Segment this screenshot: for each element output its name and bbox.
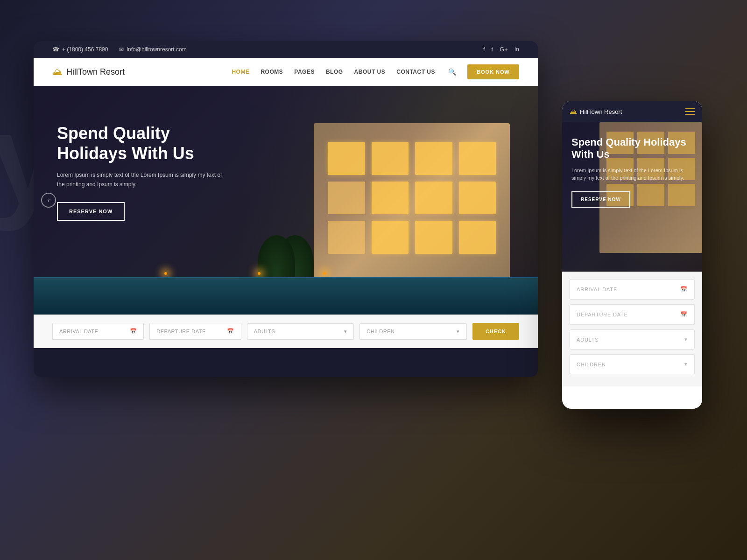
chevron-down-icon-2: ▾	[457, 329, 460, 335]
search-icon[interactable]: 🔍	[448, 68, 456, 76]
chevron-down-icon: ▾	[344, 329, 347, 335]
mobile-hero: Spend Quality Holidays With Us Lorem Ips…	[562, 122, 702, 272]
twitter-icon[interactable]: t	[492, 46, 493, 53]
calendar-icon: 📅	[130, 328, 137, 335]
departure-date-label: DEPARTURE DATE	[156, 329, 205, 334]
adults-label: ADULTS	[254, 329, 275, 334]
googleplus-icon[interactable]: G+	[500, 46, 508, 53]
top-bar: ☎ + (1800) 456 7890 ✉ info@hilltownresor…	[34, 41, 538, 58]
mobile-departure-field[interactable]: DEPARTURE DATE 📅	[570, 304, 695, 325]
window	[328, 182, 365, 215]
nav-home[interactable]: HOME	[232, 69, 249, 75]
departure-date-field[interactable]: DEPARTURE DATE 📅	[149, 323, 241, 340]
reserve-now-button[interactable]: RESERVE NOW	[57, 202, 125, 221]
window	[459, 221, 496, 254]
ground-light-1	[164, 272, 167, 275]
ham-line-1	[685, 108, 695, 109]
mobile-reserve-button[interactable]: RESERVE NOW	[571, 191, 630, 208]
mobile-calendar-icon-2: 📅	[680, 311, 688, 318]
mobile-children-select[interactable]: CHILDREN ▾	[570, 354, 695, 374]
adults-select[interactable]: ADULTS ▾	[247, 323, 354, 340]
nav-pages[interactable]: PAGES	[294, 69, 315, 75]
window	[459, 142, 496, 175]
arrival-date-label: ARRIVAL DATE	[59, 329, 98, 334]
facebook-icon[interactable]: f	[483, 46, 485, 53]
mobile-departure-label: DEPARTURE DATE	[577, 312, 628, 317]
building-windows	[328, 142, 496, 254]
book-now-button[interactable]: BOOK NOW	[467, 64, 519, 79]
hero-section: Spend Quality Holidays With Us Lorem Ips…	[34, 86, 538, 315]
ground-light-3	[323, 272, 326, 275]
mobile-hero-title: Spend Quality Holidays With Us	[571, 136, 693, 161]
window	[328, 142, 365, 175]
mobile-logo-icon: ⛰	[570, 107, 577, 116]
mobile-nav: ⛰ HillTown Resort	[562, 101, 702, 122]
main-container: ☎ + (1800) 456 7890 ✉ info@hilltownresor…	[0, 0, 747, 560]
logo-icon: ⛰	[52, 66, 63, 78]
mobile-logo-suffix: Resort	[602, 108, 622, 115]
social-icons: f t G+ in	[483, 46, 519, 53]
mobile-adults-label: ADULTS	[577, 337, 599, 343]
hero-content: Spend Quality Holidays With Us Lorem Ips…	[57, 123, 234, 221]
mobile-booking-form: ARRIVAL DATE 📅 DEPARTURE DATE 📅 ADULTS ▾…	[562, 272, 702, 386]
ham-line-3	[685, 114, 695, 115]
top-bar-left: ☎ + (1800) 456 7890 ✉ info@hilltownresor…	[52, 46, 187, 53]
window	[372, 142, 409, 175]
pool	[34, 277, 538, 315]
ground-light-2	[258, 272, 261, 275]
window	[328, 221, 365, 254]
nav-about[interactable]: ABOUT US	[354, 69, 386, 75]
desktop-mockup: ☎ + (1800) 456 7890 ✉ info@hilltownresor…	[34, 41, 538, 377]
email-icon: ✉	[119, 46, 124, 53]
mobile-calendar-icon: 📅	[680, 286, 688, 293]
mobile-children-label: CHILDREN	[577, 362, 606, 367]
children-label: CHILDREN	[366, 329, 395, 334]
email-address: info@hilltownresort.com	[127, 46, 186, 53]
window	[415, 182, 452, 215]
window	[372, 182, 409, 215]
phone-number: + (1800) 456 7890	[62, 46, 108, 53]
children-select[interactable]: CHILDREN ▾	[359, 323, 467, 340]
logo-suffix: Resort	[98, 67, 125, 77]
phone-info: ☎ + (1800) 456 7890	[52, 46, 108, 53]
hamburger-menu[interactable]	[685, 108, 695, 115]
booking-bar: ARRIVAL DATE 📅 DEPARTURE DATE 📅 ADULTS ▾…	[34, 315, 538, 348]
logo-brand: HillTown	[66, 67, 98, 77]
mobile-hero-description: Lorem Ipsum is simply text of the Lorem …	[571, 167, 693, 182]
check-button[interactable]: CHECK	[472, 323, 519, 340]
ham-line-2	[685, 111, 695, 112]
window	[415, 221, 452, 254]
nav-links: HOME ROOMS PAGES BLOG ABOUT US CONTACT U…	[232, 64, 519, 79]
nav-blog[interactable]: BLOG	[326, 69, 343, 75]
building	[314, 123, 510, 291]
slider-prev-button[interactable]: ‹	[41, 193, 56, 208]
hero-title: Spend Quality Holidays With Us	[57, 123, 234, 163]
mobile-logo-text: HillTown Resort	[580, 108, 622, 115]
nav-rooms[interactable]: ROOMS	[261, 69, 283, 75]
hero-description: Lorem Ipsum is simply text of the Lorem …	[57, 171, 225, 189]
logo-text: HillTown Resort	[66, 67, 125, 77]
mobile-adults-select[interactable]: ADULTS ▾	[570, 329, 695, 350]
window	[372, 221, 409, 254]
window	[459, 182, 496, 215]
logo: ⛰ HillTown Resort	[52, 66, 125, 78]
nav-contact[interactable]: CONTACT US	[396, 69, 435, 75]
mobile-logo: ⛰ HillTown Resort	[570, 107, 622, 116]
mobile-arrival-label: ARRIVAL DATE	[577, 287, 617, 292]
mobile-chevron-down-icon-2: ▾	[684, 361, 688, 367]
nav-bar: ⛰ HillTown Resort HOME ROOMS PAGES BLOG …	[34, 58, 538, 86]
linkedin-icon[interactable]: in	[514, 46, 519, 53]
mobile-arrival-field[interactable]: ARRIVAL DATE 📅	[570, 279, 695, 300]
window	[415, 142, 452, 175]
email-info: ✉ info@hilltownresort.com	[119, 46, 186, 53]
mobile-mockup: ⛰ HillTown Resort	[562, 101, 702, 409]
phone-icon: ☎	[52, 46, 59, 53]
mobile-chevron-down-icon: ▾	[684, 336, 688, 343]
arrival-date-field[interactable]: ARRIVAL DATE 📅	[52, 323, 144, 340]
mobile-hero-content: Spend Quality Holidays With Us Lorem Ips…	[571, 136, 693, 208]
hero-building	[276, 95, 510, 291]
calendar-icon-2: 📅	[227, 328, 234, 335]
mobile-logo-brand: HillTown	[580, 108, 602, 115]
